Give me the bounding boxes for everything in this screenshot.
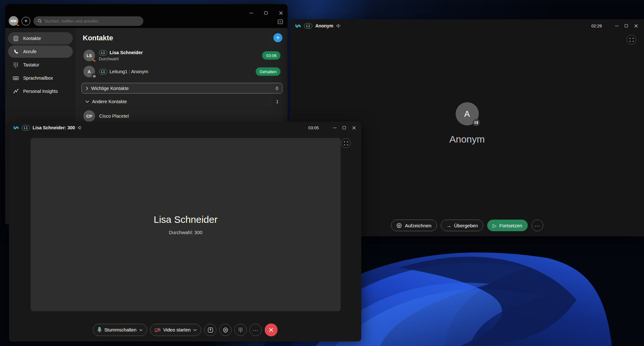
maximize-button[interactable] [261,9,271,17]
on-call-phone-icon [91,58,96,63]
button-label: Aufzeichnen [405,223,431,228]
keypad-button[interactable] [234,324,247,336]
minimize-icon [615,26,619,26]
window-title: Lisa Schneider: 300 [33,125,75,130]
close-button[interactable] [631,22,641,30]
device-icon [278,19,283,24]
maximize-button[interactable] [621,22,631,30]
window-controls [330,124,359,132]
close-button[interactable] [349,124,359,132]
close-icon [352,126,356,130]
avatar-initials: A [88,69,90,74]
sidebar-item-anrufe[interactable]: Anrufe [8,45,73,58]
line-badge: L1 [99,69,107,74]
remote-party-name: Lisa Schneider [154,214,217,225]
chevron-down-icon [85,100,89,103]
start-video-button[interactable]: Video starten [150,324,201,336]
call-control-bar: Stummschalten Video starten ··· [9,323,361,336]
minimize-button[interactable] [330,124,339,132]
button-label: Übergeben [454,223,478,228]
call-window-titlebar: L1 Lisa Schneider: 300 03:05 [9,122,361,134]
sidebar-item-personal-insights[interactable]: Personal Insights [8,85,73,97]
expand-view-button[interactable] [627,35,636,44]
plus-icon: + [276,34,280,42]
add-contact-button[interactable]: + [273,33,282,42]
camera-off-icon [155,328,161,332]
expand-view-button[interactable] [341,138,351,148]
main-window-titlebar: MM + [5,4,288,28]
minimize-icon [250,13,253,13]
button-label: Fortsetzen [499,223,522,228]
on-call-phone-icon [15,22,20,27]
speaker-icon [78,125,83,130]
mute-button[interactable]: Stummschalten [93,324,147,336]
hold-pause-icon [91,74,97,79]
minimize-button[interactable] [246,9,256,17]
more-options-button[interactable]: ··· [532,220,543,231]
participant-avatar: A [456,102,479,125]
sidebar-item-sprachmailbox[interactable]: Sprachmailbox [8,72,73,84]
call-row-lisa-schneider[interactable]: LS L1 Lisa Schneider Durchwahl 03:06 [81,47,283,64]
maximize-button[interactable] [339,124,349,132]
record-button[interactable] [219,324,232,336]
group-count: 1 [276,99,279,104]
close-icon [634,24,638,28]
record-button[interactable]: Aufzeichnen [391,220,437,231]
new-action-button[interactable]: + [22,17,30,25]
record-icon [396,223,402,228]
connect-to-device-button[interactable] [278,19,283,24]
button-label: Video starten [163,327,191,332]
share-screen-button[interactable] [204,324,216,336]
call-window-titlebar: L1 Anonym 02:29 [290,19,644,32]
close-button[interactable] [276,9,286,17]
transfer-button[interactable]: → Übergeben [441,220,483,231]
end-call-button[interactable] [265,323,278,336]
group-andere-kontakte[interactable]: Andere Kontakte 1 [81,97,282,106]
group-wichtige-kontakte[interactable]: Wichtige Kontakte 0 [81,83,282,94]
more-options-button[interactable]: ··· [250,324,262,336]
resume-button[interactable]: ▷ Fortsetzen [487,220,527,231]
contacts-icon [13,36,19,41]
play-icon: ▷ [493,223,497,228]
call-timer: 02:29 [591,24,602,28]
window-title: Anonym [315,23,333,28]
contact-name: Cisco Placetel [99,114,129,119]
chevron-right-icon [86,86,88,90]
search-bar[interactable] [33,16,143,26]
sidebar-item-label: Personal Insights [23,89,58,94]
fullscreen-icon [344,141,348,145]
chevron-down-icon [139,329,143,331]
microphone-icon [97,327,102,333]
call-info: L1 Leitung1 : Anonym [99,69,256,74]
group-count: 0 [276,86,278,91]
plus-icon: + [24,18,28,24]
end-call-x-icon [269,328,273,332]
webex-logo [13,125,19,131]
main-window-controls [246,9,286,17]
avatar: A [83,66,95,77]
search-input[interactable] [44,19,139,24]
sidebar-item-label: Anrufe [23,49,36,54]
call-info: L1 Lisa Schneider Durchwahl [99,50,262,61]
line-badge: L1 [22,125,30,131]
more-icon: ··· [253,327,259,333]
call-row-leitung1-anonym[interactable]: A L1 Leitung1 : Anonym Gehalten [81,64,283,80]
avatar: LS [83,50,95,61]
contact-name: Leitung1 : Anonym [109,69,148,74]
call-held-badge: Gehalten [256,67,280,76]
participant-name: Anonym [449,134,485,145]
sidebar-item-tastatur[interactable]: Tastatur [8,59,73,71]
sidebar-item-label: Sprachmailbox [23,75,53,81]
page-title: Kontakte [83,34,283,42]
insights-icon [13,89,19,94]
desktop: MM + Kontakte [0,0,644,346]
voicemail-icon [13,76,19,80]
contact-name: Lisa Schneider [109,50,143,55]
minimize-button[interactable] [612,22,621,30]
remote-party-number: Durchwahl: 300 [169,230,202,235]
video-stage: Lisa Schneider Durchwahl: 300 [31,138,341,311]
hold-pause-icon [473,119,480,126]
active-call-window: L1 Lisa Schneider: 300 03:05 Lisa Schnei… [9,122,361,341]
user-avatar[interactable]: MM [9,16,18,26]
sidebar-item-kontakte[interactable]: Kontakte [8,32,73,44]
